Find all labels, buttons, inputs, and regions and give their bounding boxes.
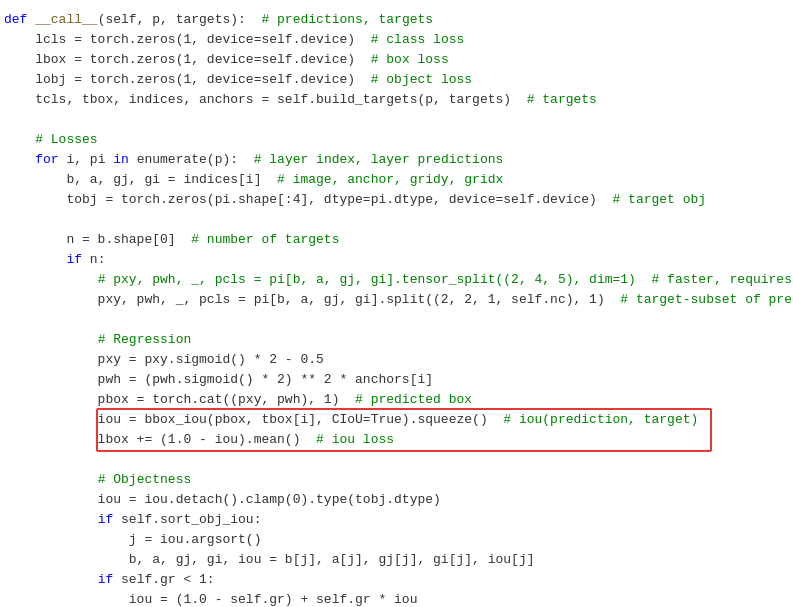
code-line: if self.gr < 1: — [0, 570, 793, 590]
code-line: b, a, gj, gi, iou = b[j], a[j], gj[j], g… — [0, 550, 793, 570]
code-line: pwh = (pwh.sigmoid() * 2) ** 2 * anchors… — [0, 370, 793, 390]
code-line — [0, 110, 793, 130]
code-line: pxy = pxy.sigmoid() * 2 - 0.5 — [0, 350, 793, 370]
code-line: iou = iou.detach().clamp(0).type(tobj.dt… — [0, 490, 793, 510]
code-line: pxy, pwh, _, pcls = pi[b, a, gj, gi].spl… — [0, 290, 793, 310]
code-line: lbox = torch.zeros(1, device=self.device… — [0, 50, 793, 70]
code-line: # Objectness — [0, 470, 793, 490]
code-line: pbox = torch.cat((pxy, pwh), 1) # predic… — [0, 390, 793, 410]
code-line: b, a, gj, gi = indices[i] # image, ancho… — [0, 170, 793, 190]
code-line — [0, 310, 793, 330]
code-line: lbox += (1.0 - iou).mean() # iou loss — [0, 430, 793, 450]
code-line: tobj = torch.zeros(pi.shape[:4], dtype=p… — [0, 190, 793, 210]
code-line: iou = bbox_iou(pbox, tbox[i], CIoU=True)… — [0, 410, 793, 430]
code-line — [0, 450, 793, 470]
code-line — [0, 210, 793, 230]
code-line: lcls = torch.zeros(1, device=self.device… — [0, 30, 793, 50]
code-line: tcls, tbox, indices, anchors = self.buil… — [0, 90, 793, 110]
code-line: iou = (1.0 - self.gr) + self.gr * iou — [0, 590, 793, 607]
code-line: lobj = torch.zeros(1, device=self.device… — [0, 70, 793, 90]
code-line: # pxy, pwh, _, pcls = pi[b, a, gj, gi].t… — [0, 270, 793, 290]
code-line: if self.sort_obj_iou: — [0, 510, 793, 530]
code-line: # Losses — [0, 130, 793, 150]
code-line: def __call__(self, p, targets): # predic… — [0, 10, 793, 30]
code-container: def __call__(self, p, targets): # predic… — [0, 0, 793, 607]
code-line: # Regression — [0, 330, 793, 350]
code-line: for i, pi in enumerate(p): # layer index… — [0, 150, 793, 170]
code-line: j = iou.argsort() — [0, 530, 793, 550]
code-line: n = b.shape[0] # number of targets — [0, 230, 793, 250]
code-line: if n: — [0, 250, 793, 270]
